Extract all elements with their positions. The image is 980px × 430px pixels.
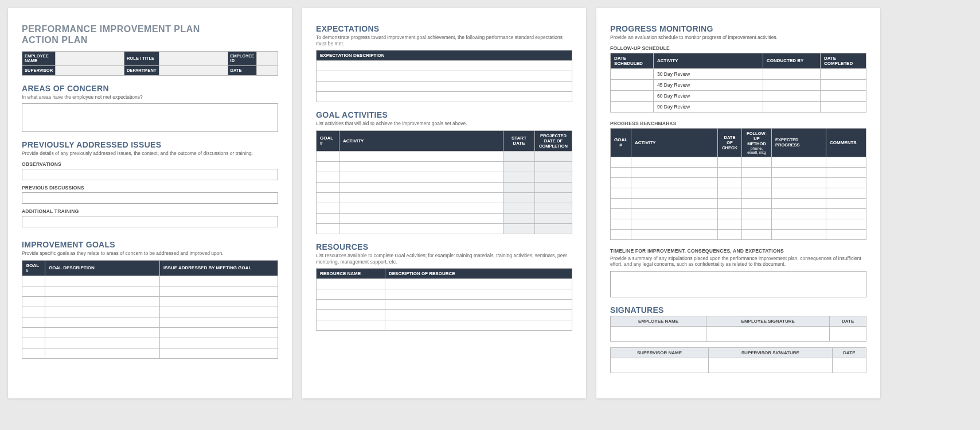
table-row[interactable]	[22, 317, 278, 327]
table-row[interactable]: 60 Day Review	[611, 90, 866, 101]
table-row[interactable]	[317, 300, 572, 310]
expectations-table: EXPECTATION DESCRIPTION	[316, 50, 572, 102]
table-row[interactable]	[611, 326, 866, 341]
table-row[interactable]	[22, 296, 278, 307]
improvement-goals-heading: IMPROVEMENT GOALS	[22, 240, 278, 249]
page-1: PERFORMANCE IMPROVEMENT PLAN ACTION PLAN…	[8, 8, 292, 398]
sig-emp-sign-label: EMPLOYEE SIGNATURE	[706, 316, 829, 326]
table-row[interactable]	[611, 167, 866, 177]
timeline-desc: Provide a summary of any stipulations pl…	[610, 255, 866, 268]
improvement-goals-table: GOAL # GOAL DESCRIPTION ISSUE ADDRESSED …	[22, 260, 278, 359]
timeline-box[interactable]	[610, 271, 866, 297]
bench-col-method: FOLLOW-UP METHODphone, email, mtg	[742, 128, 772, 157]
table-row[interactable]	[611, 198, 866, 208]
table-row[interactable]: 30 Day Review	[611, 68, 866, 79]
table-row[interactable]	[611, 188, 866, 198]
table-row[interactable]	[317, 161, 572, 172]
table-row[interactable]	[317, 71, 572, 82]
observations-box[interactable]	[22, 169, 278, 180]
goal-activities-heading: GOAL ACTIVITIES	[316, 110, 572, 119]
table-row[interactable]	[317, 172, 572, 182]
supervisor-signature-table: SUPERVISOR NAME SUPERVISOR SIGNATURE DAT…	[610, 347, 866, 373]
table-row[interactable]	[22, 276, 278, 286]
training-box[interactable]	[22, 216, 278, 227]
table-row[interactable]	[317, 92, 572, 102]
discussions-box[interactable]	[22, 192, 278, 204]
table-row[interactable]	[611, 157, 866, 167]
table-row[interactable]	[317, 192, 572, 203]
table-row[interactable]	[317, 82, 572, 92]
followup-row-activity: 90 Day Review	[654, 101, 763, 112]
resources-desc: List resources available to complete Goa…	[316, 253, 572, 265]
followup-row-activity: 30 Day Review	[654, 68, 763, 79]
prev-issues-desc: Provide details of any previously addres…	[22, 150, 278, 157]
field-employee-name[interactable]	[56, 52, 124, 66]
activities-col-projected: PROJECTED DATE OF COMPLETION	[535, 130, 572, 151]
table-row[interactable]	[317, 279, 572, 289]
progress-benchmarks-table: GOAL # ACTIVITY DATE OF CHECK FOLLOW-UP …	[610, 128, 866, 240]
table-row[interactable]	[611, 229, 866, 239]
page-3: PROGRESS MONITORING Provide an evaluatio…	[596, 8, 880, 398]
goal-activities-table: GOAL # ACTIVITY START DATE PROJECTED DAT…	[316, 130, 572, 234]
label-employee-name: EMPLOYEE NAME	[22, 52, 56, 66]
field-supervisor[interactable]	[56, 65, 124, 75]
bench-col-date: DATE OF CHECK	[718, 128, 742, 157]
field-date[interactable]	[257, 65, 278, 75]
table-row[interactable]	[22, 338, 278, 348]
table-row[interactable]: 45 Day Review	[611, 79, 866, 90]
table-row[interactable]	[317, 320, 572, 331]
table-row[interactable]	[611, 219, 866, 229]
progress-monitoring-desc: Provide an evaluation schedule to monito…	[610, 34, 866, 41]
label-date: DATE	[228, 65, 257, 75]
doc-title-2: ACTION PLAN	[22, 35, 278, 45]
goals-col-issue: ISSUE ADDRESSED BY MEETING GOAL	[160, 260, 278, 276]
table-row[interactable]	[22, 286, 278, 296]
label-role-title: ROLE / TITLE	[124, 52, 159, 66]
table-row[interactable]	[317, 203, 572, 213]
table-row[interactable]: 90 Day Review	[611, 101, 866, 112]
improvement-goals-desc: Provide specific goals as they relate to…	[22, 250, 278, 257]
sig-sup-date-label: DATE	[832, 347, 866, 358]
followup-col-activity: ACTIVITY	[654, 53, 763, 68]
bench-col-progress: EXPECTED PROGRESS	[772, 128, 826, 157]
resources-col-name: RESOURCE NAME	[317, 269, 385, 279]
sig-emp-name-label: EMPLOYEE NAME	[611, 316, 706, 326]
resources-table: RESOURCE NAME DESCRIPTION OF RESOURCE	[316, 268, 572, 331]
field-department[interactable]	[159, 65, 228, 75]
employee-info-table: EMPLOYEE NAME ROLE / TITLE EMPLOYEE ID S…	[22, 51, 278, 76]
table-row[interactable]	[22, 307, 278, 317]
goals-col-num: GOAL #	[22, 260, 45, 276]
table-row[interactable]	[317, 289, 572, 300]
resources-heading: RESOURCES	[316, 242, 572, 251]
bench-col-goal: GOAL #	[611, 128, 631, 157]
field-role-title[interactable]	[159, 52, 228, 66]
areas-of-concern-box[interactable]	[22, 103, 278, 132]
field-employee-id[interactable]	[257, 52, 278, 66]
observations-label: OBSERVATIONS	[22, 161, 278, 167]
followup-col-scheduled: DATE SCHEDULED	[611, 53, 654, 68]
table-row[interactable]	[317, 223, 572, 234]
table-row[interactable]	[22, 348, 278, 358]
timeline-label: TIMELINE FOR IMPROVEMENT, CONSEQUENCES, …	[610, 248, 866, 254]
label-department: DEPARTMENT	[124, 65, 159, 75]
table-row[interactable]	[22, 327, 278, 338]
table-row[interactable]	[317, 182, 572, 192]
table-row[interactable]	[317, 310, 572, 320]
progress-monitoring-heading: PROGRESS MONITORING	[610, 24, 866, 33]
table-row[interactable]	[611, 358, 866, 373]
table-row[interactable]	[611, 177, 866, 188]
activities-col-activity: ACTIVITY	[339, 130, 503, 151]
table-row[interactable]	[317, 151, 572, 161]
table-row[interactable]	[317, 61, 572, 71]
table-row[interactable]	[317, 213, 572, 223]
doc-title-1: PERFORMANCE IMPROVEMENT PLAN	[22, 24, 278, 34]
sig-emp-date-label: DATE	[830, 316, 866, 326]
areas-of-concern-desc: In what areas have the employee not met …	[22, 94, 278, 100]
bench-col-activity: ACTIVITY	[631, 128, 718, 157]
table-row[interactable]	[611, 208, 866, 219]
followup-col-conducted: CONDUCTED BY	[763, 53, 821, 68]
followup-row-activity: 60 Day Review	[654, 90, 763, 101]
training-label: ADDITIONAL TRAINING	[22, 208, 278, 214]
followup-row-activity: 45 Day Review	[654, 79, 763, 90]
goals-col-desc: GOAL DESCRIPTION	[45, 260, 160, 276]
